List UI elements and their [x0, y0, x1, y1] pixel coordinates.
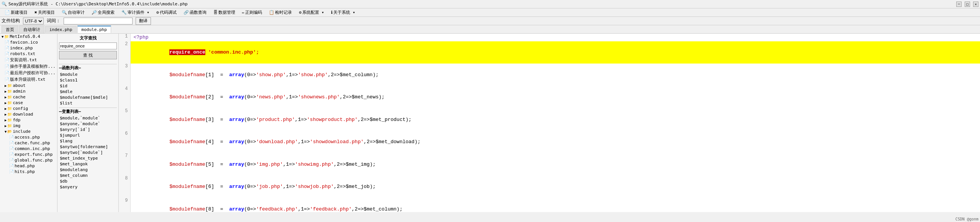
tree-item-version[interactable]: 📄 版本升级说明.txt — [0, 76, 57, 83]
tree-item-license[interactable]: 📄 最后用户授权许可协... — [0, 70, 57, 76]
func-list-item-modulefname[interactable]: $modulefname[$mdle] — [59, 95, 117, 100]
root-arrow-icon: ▼ — [2, 35, 3, 39]
tree-item-img[interactable]: ▶ 📁 img — [0, 123, 57, 129]
config-arrow-icon: ▶ — [5, 107, 7, 111]
tree-item-head[interactable]: 📄 head.php — [0, 163, 57, 169]
var-list-item-3[interactable]: $anyry[`id`] — [59, 127, 117, 132]
menu-regex-encode[interactable]: ✏ 正则编码 — [239, 9, 265, 16]
tree-item-download[interactable]: ▶ 📁 download — [0, 111, 57, 117]
search-button[interactable]: 查 找 — [59, 51, 117, 59]
tab-index-php[interactable]: index.php — [45, 26, 77, 33]
menu-auto-audit[interactable]: 🔍 自动审计 — [59, 9, 88, 16]
menu-bar: 📄 新建项目 ✖ 关闭项目 🔍 自动审计 🔎 全局搜索 🔧 审计插件 ▾ ⚙ 代… — [0, 8, 980, 17]
func-list-item-mdle[interactable]: $mdle — [59, 89, 117, 95]
var-list-item-db[interactable]: $db — [59, 178, 117, 184]
tree-root[interactable]: ▼ 📁 MetInfo5.0.4 — [0, 34, 57, 39]
menu-close-project[interactable]: ✖ 关闭项目 — [31, 9, 58, 16]
img-arrow-icon: ▶ — [5, 124, 7, 128]
tree-item-label: favicon.ico — [10, 40, 38, 45]
require-keyword: require_once — [169, 49, 205, 55]
tree-item-install[interactable]: 📄 安装说明.txt — [0, 57, 57, 63]
check-record-icon: 📋 — [269, 10, 274, 15]
tree-item-cache-func[interactable]: 📄 cache.func.php — [0, 140, 57, 146]
tab-home[interactable]: 首页 — [2, 26, 18, 33]
fdp-arrow-icon: ▶ — [5, 118, 7, 122]
var-list-item-lang[interactable]: $lang — [59, 138, 117, 144]
file-icon: 📄 — [9, 158, 14, 162]
func-list-item-list[interactable]: $list — [59, 100, 117, 106]
tree-item-access[interactable]: 📄 access.php — [0, 134, 57, 140]
title-bar: 🔍 Seay源代码审计系统 - C:\Users\gpc\Desktop\Met… — [0, 0, 980, 8]
func-list-item-id[interactable]: $id — [59, 83, 117, 89]
menu-audit-plugin[interactable]: 🔧 审计插件 ▾ — [118, 9, 152, 16]
line-number: 8 — [119, 176, 130, 198]
file-icon: 📄 — [9, 152, 14, 157]
line-number: 5 — [119, 108, 130, 131]
translate-button[interactable]: 翻译 — [136, 17, 151, 25]
menu-func-query[interactable]: 🔗 函数查询 — [180, 9, 210, 16]
func-list-item-class1[interactable]: $class1 — [59, 77, 117, 83]
menu-func-query-label: 函数查询 — [190, 10, 206, 15]
code-table: 1 <?php 2 require_once 'common.inc.php';… — [119, 34, 980, 212]
var-list-item-2[interactable]: $anyone,`module` — [59, 121, 117, 127]
tree-item-favicon[interactable]: 📄 favicon.ico — [0, 39, 57, 45]
menu-check-record[interactable]: 📋 检时记录 — [266, 9, 295, 16]
status-text: CSDN @gonm — [955, 217, 978, 221]
tree-item-common-inc[interactable]: 📄 common.inc.php — [0, 146, 57, 152]
tree-item-case[interactable]: ▶ 📁 case — [0, 100, 57, 106]
menu-close-project-label: 关闭项目 — [38, 10, 55, 15]
var-list-item-met-index[interactable]: $met_index_type — [59, 155, 117, 161]
table-row: 6 $modulefname[4] = array(0=>'download.p… — [119, 131, 980, 153]
tab-module-php[interactable]: module.php — [77, 26, 111, 33]
var-list-item-1[interactable]: $module,`module` — [59, 115, 117, 121]
tree-item-admin[interactable]: ▶ 📁 admin — [0, 88, 57, 94]
tree-item-label: robots.txt — [10, 51, 35, 56]
tree-item-label: export.func.php — [15, 152, 52, 157]
menu-code-debug[interactable]: ⚙ 代码调试 — [153, 9, 180, 16]
folder-open-icon: 📂 — [7, 129, 12, 134]
tree-item-about[interactable]: ▶ 📁 about — [0, 83, 57, 88]
menu-sys-config[interactable]: ⚙ 系统配置 ▾ — [296, 9, 327, 16]
tree-item-fdp[interactable]: ▶ 📁 fdp — [0, 117, 57, 123]
tree-item-index[interactable]: 📄 index.php — [0, 45, 57, 51]
tree-item-manual[interactable]: 📄 操作手册及模板制作... — [0, 63, 57, 70]
var-list-item-anyery[interactable]: $anyery — [59, 184, 117, 190]
func-list-title: —函数列表— — [59, 64, 117, 71]
table-row: 2 require_once 'common.inc.php'; — [119, 41, 980, 64]
table-row: 8 $modulefname[6] = array(0=>'job.php',1… — [119, 176, 980, 198]
search-panel-title: 文字查找 — [59, 35, 117, 41]
tree-item-global-func[interactable]: 📄 global.func.php — [0, 157, 57, 163]
file-tree[interactable]: ▼ 📁 MetInfo5.0.4 📄 favicon.ico 📄 index.p… — [0, 34, 57, 212]
tree-item-include[interactable]: ▼ 📂 include — [0, 129, 57, 134]
translate-input[interactable] — [64, 18, 133, 24]
tree-item-label: index.php — [10, 46, 33, 51]
var-list-item-met-column[interactable]: $met_column — [59, 173, 117, 178]
tab-auto-audit[interactable]: 自动审计 — [19, 26, 44, 33]
close-button[interactable]: ✕ — [973, 2, 978, 7]
code-area[interactable]: 1 <?php 2 require_once 'common.inc.php';… — [119, 34, 980, 212]
var-list-item-anytwo-fold[interactable]: $anytwo[foldername] — [59, 144, 117, 150]
encoding-select[interactable]: UTF-8 GBK — [23, 18, 44, 24]
file-icon: 📄 — [9, 164, 14, 168]
menu-global-search[interactable]: 🔎 全局搜索 — [88, 9, 118, 16]
folder-icon: 📁 — [7, 95, 12, 99]
tree-item-export-func[interactable]: 📄 export.func.php — [0, 152, 57, 157]
tree-item-hits[interactable]: 📄 hits.php — [0, 169, 57, 175]
maximize-button[interactable]: □ — [965, 2, 970, 7]
minimize-button[interactable]: ─ — [956, 2, 962, 7]
menu-about-sys[interactable]: ℹ 关于系统 ▾ — [328, 9, 358, 16]
menu-new-project[interactable]: 📄 新建项目 — [2, 9, 31, 16]
tab-bar: 首页 自动审计 index.php module.php — [0, 25, 980, 34]
var-list-item-modulelang[interactable]: $modulelang — [59, 167, 117, 173]
include-arrow-icon: ▼ — [5, 130, 7, 134]
menu-data-manage[interactable]: 🗄 数据管理 — [210, 9, 238, 16]
var-list-item-met-langok[interactable]: $met_langok — [59, 161, 117, 167]
tree-item-config[interactable]: ▶ 📁 config — [0, 106, 57, 111]
var-list-item-jumpurl[interactable]: $jumpurl — [59, 132, 117, 138]
var-list-item-anytwo-mod[interactable]: $anytwo[`module`] — [59, 150, 117, 155]
data-manage-icon: 🗄 — [213, 10, 218, 15]
tree-item-cache[interactable]: ▶ 📁 cache — [0, 94, 57, 100]
search-input[interactable] — [59, 42, 117, 49]
tree-item-robots[interactable]: 📄 robots.txt — [0, 51, 57, 57]
func-list-item-module[interactable]: $module — [59, 72, 117, 77]
